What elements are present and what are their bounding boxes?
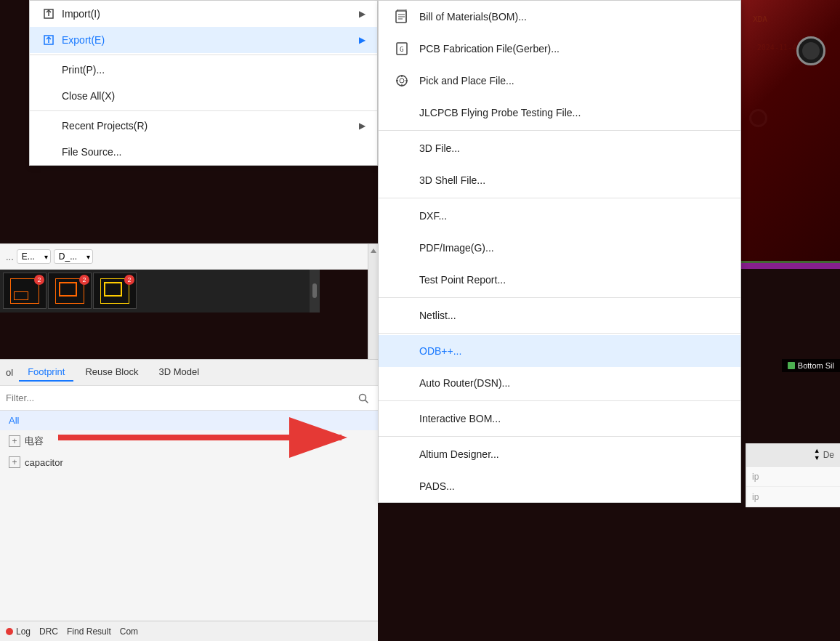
menu-recent-arrow: ▶ bbox=[359, 121, 366, 131]
expand-icon-capacitor[interactable]: + bbox=[9, 456, 20, 468]
menu-print-label: Print(P)... bbox=[62, 64, 105, 76]
status-find-result-label: Find Result bbox=[67, 626, 111, 637]
tab-reuse-block[interactable]: Reuse Block bbox=[76, 363, 147, 382]
status-bar: Log DRC Find Result Com bbox=[0, 621, 378, 641]
sub-menu-altium[interactable]: Altium Designer... bbox=[379, 438, 740, 470]
sub-menu-pdf-image[interactable]: PDF/Image(G)... bbox=[379, 232, 740, 264]
status-com-label: Com bbox=[120, 626, 138, 637]
altium-icon bbox=[393, 446, 411, 463]
menu-item-file-source[interactable]: File Source... bbox=[30, 139, 377, 165]
sub-menu-3d-file[interactable]: 3D File... bbox=[379, 132, 740, 164]
de-row-2: ip bbox=[746, 487, 840, 507]
sub-menu-netlist[interactable]: Netlist... bbox=[379, 299, 740, 331]
sub-menu-gerber[interactable]: G PCB Fabrication File(Gerber)... bbox=[379, 33, 740, 65]
interactive-bom-icon bbox=[393, 410, 411, 427]
category-capacitor-cn[interactable]: + 电容 bbox=[0, 430, 378, 452]
menu-import-label: Import(I) bbox=[62, 8, 100, 20]
status-log[interactable]: Log bbox=[6, 626, 31, 637]
thumbnail-1[interactable]: 2 bbox=[3, 273, 47, 309]
menu-sep-1 bbox=[30, 55, 377, 55]
sub-menu-dxf-label: DXF... bbox=[419, 210, 447, 222]
sub-menu-netlist-label: Netlist... bbox=[419, 310, 456, 321]
menu-item-import[interactable]: Import(I) ▶ bbox=[30, 1, 377, 27]
sub-sep-4 bbox=[379, 333, 740, 334]
category-all[interactable]: All bbox=[0, 411, 378, 430]
bottom-panel: ol Footprint Reuse Block 3D Model All + … bbox=[0, 359, 378, 621]
svg-text:G: G bbox=[400, 46, 403, 53]
thumbnail-3[interactable]: 2 bbox=[93, 273, 137, 309]
menu-item-recent[interactable]: Recent Projects(R) ▶ bbox=[30, 113, 377, 139]
sub-menu-3d-shell-label: 3D Shell File... bbox=[419, 174, 485, 186]
sub-menu-jlc-flying-label: JLCPCB Flying Probe Testing File... bbox=[419, 107, 581, 118]
sub-menu-pick-place[interactable]: Pick and Place File... bbox=[379, 65, 740, 97]
category-capacitor[interactable]: + capacitor bbox=[0, 452, 378, 472]
sub-menu-interactive-bom[interactable]: Interactive BOM... bbox=[379, 403, 740, 435]
de-row-1-value: ip bbox=[752, 472, 759, 482]
sub-menu-test-point[interactable]: Test Point Report... bbox=[379, 264, 740, 296]
sub-menu-interactive-bom-label: Interactive BOM... bbox=[419, 413, 501, 424]
tab-footprint[interactable]: Footprint bbox=[19, 363, 73, 382]
thumbnail-scrollbar[interactable] bbox=[310, 269, 320, 313]
category-list: All + 电容 + capacitor bbox=[0, 411, 378, 594]
de-column: ▲ ▼ De ip ip bbox=[746, 443, 840, 507]
toolbar-select-1[interactable]: E... bbox=[17, 249, 51, 264]
sub-menu-jlc-flying[interactable]: JLCPCB Flying Probe Testing File... bbox=[379, 97, 740, 129]
sort-arrows[interactable]: ▲ ▼ bbox=[814, 448, 820, 462]
jlc-flying-icon bbox=[393, 104, 411, 121]
sub-menu-auto-router-label: Auto Router(DSN)... bbox=[419, 377, 510, 389]
sub-menu-pads[interactable]: PADS... bbox=[379, 470, 740, 502]
sub-menu-odb-label: ODB++... bbox=[419, 345, 461, 357]
menu-item-export[interactable]: Export(E) ▶ bbox=[30, 27, 377, 53]
green-indicator-dot bbox=[788, 362, 795, 369]
thumbnail-2[interactable]: 2 bbox=[48, 273, 92, 309]
toolbar-select-2[interactable]: D_... bbox=[54, 249, 93, 264]
thumbnail-badge-2: 2 bbox=[79, 275, 89, 285]
status-com[interactable]: Com bbox=[120, 626, 138, 637]
menu-import-arrow: ▶ bbox=[359, 9, 366, 19]
sub-sep-3 bbox=[379, 297, 740, 298]
menu-sep-2 bbox=[30, 110, 377, 111]
sub-menu-pdf-image-label: PDF/Image(G)... bbox=[419, 242, 494, 254]
svg-point-13 bbox=[400, 78, 404, 83]
expand-icon-capacitor-cn[interactable]: + bbox=[9, 435, 20, 447]
toolbar-select-1-wrap[interactable]: E... bbox=[17, 249, 51, 264]
filter-input[interactable] bbox=[6, 392, 355, 403]
sub-menu-pick-place-label: Pick and Place File... bbox=[419, 75, 514, 86]
status-find-result[interactable]: Find Result bbox=[67, 626, 111, 637]
sub-menu-auto-router[interactable]: Auto Router(DSN)... bbox=[379, 367, 740, 399]
import-icon bbox=[41, 7, 56, 21]
sub-menu-bom[interactable]: Bill of Materials(BOM)... bbox=[379, 1, 740, 33]
svg-point-12 bbox=[397, 76, 407, 86]
sub-menu-3d-shell[interactable]: 3D Shell File... bbox=[379, 164, 740, 196]
test-point-icon bbox=[393, 271, 411, 289]
print-icon bbox=[41, 63, 56, 77]
scroll-up-arrow[interactable] bbox=[371, 247, 376, 253]
odb-icon bbox=[393, 342, 411, 360]
menu-export-label: Export(E) bbox=[62, 34, 105, 46]
close-all-icon bbox=[41, 89, 56, 103]
menu-close-all-label: Close All(X) bbox=[62, 90, 115, 102]
sub-menu-odb[interactable]: ODB++... bbox=[379, 335, 740, 367]
sub-menu-bom-label: Bill of Materials(BOM)... bbox=[419, 11, 527, 23]
menu-item-print[interactable]: Print(P)... bbox=[30, 57, 377, 83]
sub-menu-dxf[interactable]: DXF... bbox=[379, 200, 740, 232]
menu-recent-label: Recent Projects(R) bbox=[62, 120, 148, 132]
menu-file-source-label: File Source... bbox=[62, 146, 121, 158]
de-column-header: ▲ ▼ De bbox=[746, 443, 840, 467]
dxf-icon bbox=[393, 207, 411, 225]
sub-sep-1 bbox=[379, 130, 740, 131]
toolbar-select-2-wrap[interactable]: D_... bbox=[54, 249, 93, 264]
auto-router-icon bbox=[393, 374, 411, 392]
menu-item-close-all[interactable]: Close All(X) bbox=[30, 83, 377, 109]
tab-3d-model[interactable]: 3D Model bbox=[150, 363, 208, 382]
status-drc[interactable]: DRC bbox=[39, 626, 58, 637]
file-source-icon bbox=[41, 145, 56, 159]
toolbar-prefix: ... bbox=[6, 251, 14, 262]
search-icon-button[interactable] bbox=[355, 390, 372, 407]
bottom-sil-text: Bottom Sil bbox=[798, 361, 834, 370]
sub-menu-3d-file-label: 3D File... bbox=[419, 142, 460, 154]
search-icon bbox=[358, 392, 369, 404]
sub-menu-test-point-label: Test Point Report... bbox=[419, 274, 506, 286]
pads-icon bbox=[393, 477, 411, 495]
3d-file-icon bbox=[393, 140, 411, 157]
